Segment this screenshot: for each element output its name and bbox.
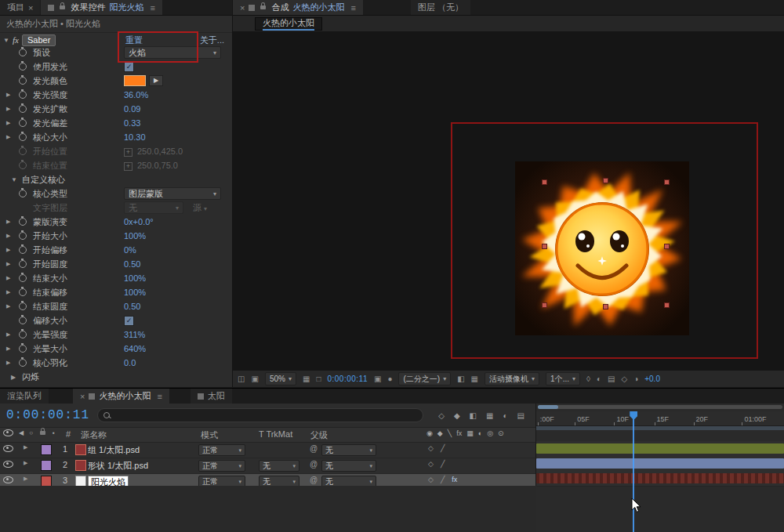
snapshot-icon[interactable]: ▣ xyxy=(374,375,381,383)
layer-handle[interactable] xyxy=(665,244,669,248)
always-preview-icon[interactable]: ◫ xyxy=(238,375,245,383)
panel-menu-icon[interactable]: ≡ xyxy=(157,392,162,401)
stopwatch-icon[interactable] xyxy=(19,105,33,113)
quality-slash-icon[interactable]: ╱ xyxy=(441,444,445,452)
toggle-mask-icon[interactable]: □ xyxy=(316,375,321,383)
col-trkmat[interactable]: T TrkMat xyxy=(259,429,292,439)
mode-select[interactable]: 正常▾ xyxy=(198,444,245,456)
transparency-grid-icon[interactable]: ▦ xyxy=(471,375,478,383)
switch-header-icon[interactable]: ◎ xyxy=(487,429,493,437)
col-source-name[interactable]: 源名称 xyxy=(81,429,107,441)
stopwatch-icon[interactable] xyxy=(19,119,33,127)
stopwatch-icon[interactable] xyxy=(19,161,33,169)
switch-header-icon[interactable]: ◉ xyxy=(426,429,433,437)
switch-header-icon[interactable]: ╲ xyxy=(448,429,452,437)
expand-arrow-icon[interactable]: ▶ xyxy=(6,289,19,295)
draft-3d-icon[interactable]: ◆ xyxy=(454,411,460,420)
hide-shy-icon[interactable]: ◧ xyxy=(470,411,477,420)
stopwatch-icon[interactable] xyxy=(19,133,33,141)
stopwatch-icon[interactable] xyxy=(19,317,33,324)
exposure-value[interactable]: +0.0 xyxy=(644,375,660,383)
layer-handle[interactable] xyxy=(604,179,608,183)
checkbox[interactable]: ✓ xyxy=(124,62,134,72)
property-value[interactable]: 100% xyxy=(124,231,146,241)
layer-expand-icon[interactable]: ▶ xyxy=(24,444,27,451)
work-area-bar[interactable] xyxy=(536,426,784,430)
position-value[interactable]: +250.0,75.0 xyxy=(124,161,178,171)
stopwatch-icon[interactable] xyxy=(19,77,33,85)
label-color-chip[interactable] xyxy=(41,444,52,455)
expand-arrow-icon[interactable]: ▶ xyxy=(6,331,19,338)
stopwatch-icon[interactable] xyxy=(19,232,33,240)
stopwatch-icon[interactable] xyxy=(19,302,33,310)
layer-duration-bar[interactable] xyxy=(536,473,784,483)
expand-arrow-icon[interactable]: ▶ xyxy=(6,346,19,352)
color-swatch[interactable] xyxy=(124,75,146,86)
quality-slash-icon[interactable]: ╱ xyxy=(441,476,445,483)
eye-icon[interactable] xyxy=(3,444,13,454)
property-value[interactable]: 311% xyxy=(124,330,145,339)
col-parent[interactable]: 父级 xyxy=(310,429,328,441)
layer-expand-icon[interactable]: ▶ xyxy=(24,476,27,482)
search-field[interactable] xyxy=(97,408,423,422)
view-layout-select[interactable]: 1个...▾ xyxy=(546,372,580,385)
expand-arrow-icon[interactable]: ▶ xyxy=(6,303,19,309)
property-value[interactable]: 10.30 xyxy=(124,132,146,142)
parent-pickwhip-icon[interactable]: @ xyxy=(310,476,318,484)
property-dropdown[interactable]: 图层蒙版▾ xyxy=(124,187,221,200)
label-color-chip[interactable] xyxy=(41,460,52,471)
mode-select[interactable]: 正常▾ xyxy=(198,460,245,472)
expand-arrow-icon[interactable]: ▶ xyxy=(11,374,22,381)
exposure-icon[interactable]: ◑ xyxy=(633,375,638,383)
timeline-track-area[interactable]: :00F05F10F15F20F01:00F xyxy=(536,404,784,532)
quality-slash-icon[interactable]: ╱ xyxy=(441,460,445,468)
camera-view-select[interactable]: 活动摄像机▾ xyxy=(485,372,539,385)
property-value[interactable]: 0.0 xyxy=(124,358,136,367)
tab-composition[interactable]: × 合成 火热的小太阳 ≡ xyxy=(233,0,363,15)
show-channel-icon[interactable]: ● xyxy=(387,375,392,383)
parent-select[interactable]: 无▾ xyxy=(321,444,376,456)
lock-icon[interactable] xyxy=(60,5,65,9)
panel-menu-icon[interactable]: ≡ xyxy=(350,3,355,13)
lock-icon[interactable] xyxy=(40,431,45,435)
stopwatch-icon[interactable] xyxy=(19,345,33,353)
layer-duration-bar[interactable] xyxy=(536,443,784,454)
expand-arrow-icon[interactable]: ▶ xyxy=(6,275,19,281)
layer-expand-icon[interactable]: ▶ xyxy=(24,460,27,466)
property-value[interactable]: 100% xyxy=(124,273,146,283)
property-value[interactable]: 100% xyxy=(124,288,146,297)
switch-header-icon[interactable]: ⊙ xyxy=(498,429,504,437)
motion-blur-icon[interactable]: ◐ xyxy=(503,411,508,420)
playhead-line[interactable] xyxy=(633,411,634,532)
audio-icon[interactable]: ◀ xyxy=(19,429,24,436)
trkmat-select[interactable]: 无▾ xyxy=(259,460,299,472)
solo-icon[interactable]: ○ xyxy=(29,429,33,436)
eye-icon[interactable] xyxy=(3,429,13,436)
stopwatch-icon[interactable] xyxy=(19,190,33,197)
property-value[interactable]: 0.09 xyxy=(124,104,140,114)
property-value[interactable]: 0% xyxy=(124,245,136,255)
parent-pickwhip-icon[interactable]: @ xyxy=(310,460,318,469)
switch-header-icon[interactable]: ◐ xyxy=(478,429,482,437)
eyedropper-icon[interactable]: ▶ xyxy=(149,75,163,86)
graph-editor-icon[interactable]: ▤ xyxy=(517,411,524,420)
stopwatch-icon[interactable] xyxy=(19,218,33,226)
property-value[interactable]: 0.50 xyxy=(124,259,140,269)
layer-name[interactable]: 组 1/太阳.psd xyxy=(88,444,140,456)
quality-icon[interactable]: ◇ xyxy=(428,476,434,483)
layer-handle[interactable] xyxy=(543,244,546,248)
checkbox[interactable]: ✓ xyxy=(124,316,134,326)
stopwatch-icon[interactable] xyxy=(19,91,33,99)
stopwatch-icon[interactable] xyxy=(19,331,33,338)
layer-handle[interactable] xyxy=(543,180,546,184)
comp-viewer-chip[interactable]: 火热的小太阳 xyxy=(255,17,322,31)
layer-row[interactable]: ▶1组 1/太阳.psd正常▾@无▾◇╱ xyxy=(0,443,535,458)
property-value[interactable]: 0.50 xyxy=(124,302,140,311)
expand-arrow-icon[interactable]: ▶ xyxy=(6,247,19,253)
stopwatch-icon[interactable] xyxy=(19,246,33,254)
expand-arrow-icon[interactable]: ▶ xyxy=(6,233,19,239)
frame-blend-icon[interactable]: ▦ xyxy=(486,411,493,420)
layer-handle[interactable] xyxy=(543,303,546,307)
stopwatch-icon[interactable] xyxy=(19,274,33,282)
stopwatch-icon[interactable] xyxy=(19,49,33,56)
